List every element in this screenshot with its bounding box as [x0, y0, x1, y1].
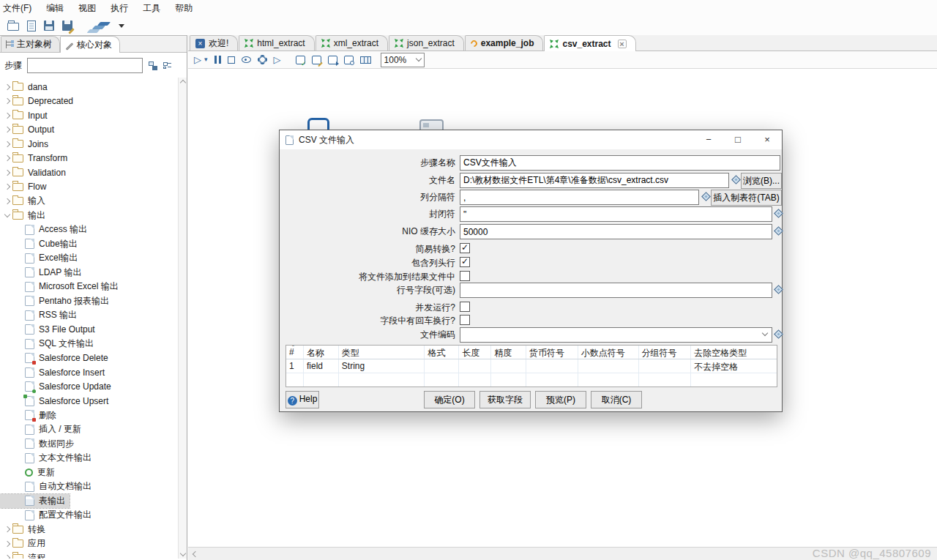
col-header-format[interactable]: 格式: [425, 346, 459, 359]
tree-folder-item[interactable]: Output: [0, 123, 59, 138]
dialog-title-bar[interactable]: CSV 文件输入 − □ ×: [280, 130, 782, 149]
tree-step-item[interactable]: 表输出: [0, 494, 70, 509]
menu-help[interactable]: 帮助: [168, 0, 200, 17]
zoom-select[interactable]: 100%: [381, 53, 425, 67]
tab-example-job[interactable]: example_job: [465, 35, 544, 51]
col-header-currency[interactable]: 货币符号: [526, 346, 578, 359]
cell-type[interactable]: String: [339, 359, 425, 373]
col-header-group[interactable]: 分组符号: [639, 346, 692, 359]
ok-button[interactable]: 确定(O): [424, 391, 475, 408]
tree-folder-item[interactable]: Joins: [0, 137, 53, 152]
enclosure-input[interactable]: [460, 206, 772, 222]
connections-view-icon[interactable]: [148, 61, 157, 70]
cell-precision[interactable]: [491, 359, 526, 373]
insert-tab-button[interactable]: 插入制表符(TAB): [711, 190, 782, 206]
chevron-collapsed-icon[interactable]: [2, 111, 12, 120]
cell-name[interactable]: field: [304, 359, 339, 373]
save-as-icon[interactable]: [62, 20, 72, 31]
tree-scrollbar[interactable]: [178, 78, 187, 559]
tree-step-item[interactable]: Access 输出: [0, 223, 92, 237]
tree-step-item[interactable]: Salesforce Upsert: [0, 394, 113, 408]
col-header-length[interactable]: 长度: [459, 346, 491, 359]
pause-icon[interactable]: [214, 56, 221, 64]
chevron-collapsed-icon[interactable]: [2, 540, 12, 548]
impact-analysis-icon[interactable]: [312, 56, 321, 64]
tree-step-item[interactable]: LDAP 输出: [0, 266, 86, 280]
tab-core-objects[interactable]: 核心对象: [60, 36, 120, 53]
cell-decimal[interactable]: [578, 359, 639, 373]
close-button[interactable]: ×: [753, 130, 782, 149]
tree-step-item[interactable]: Salesforce Update: [0, 380, 116, 395]
table-empty-row[interactable]: [286, 373, 777, 387]
tree-folder-item[interactable]: 应用: [0, 537, 50, 551]
step-search-input[interactable]: [27, 58, 143, 73]
tab-xml-extract[interactable]: xml_extract: [316, 35, 388, 51]
tree-step-item[interactable]: RSS 输出: [0, 308, 81, 323]
chevron-collapsed-icon[interactable]: [2, 182, 12, 191]
perspective-layers-icon[interactable]: [97, 22, 111, 26]
chevron-collapsed-icon[interactable]: [2, 525, 12, 534]
menu-tools[interactable]: 工具: [135, 0, 168, 17]
preview-icon[interactable]: [242, 56, 251, 63]
chevron-collapsed-icon[interactable]: [2, 168, 12, 177]
tree-folder-item[interactable]: 输出: [0, 209, 50, 223]
newline-in-fields-checkbox[interactable]: [460, 315, 470, 325]
chevron-collapsed-icon[interactable]: [2, 154, 12, 163]
tree-step-item[interactable]: Salesforce Delete: [0, 351, 113, 366]
tree-step-item[interactable]: Cube输出: [0, 237, 82, 252]
col-header-type[interactable]: 类型: [339, 346, 425, 359]
tab-html-extract[interactable]: html_extract: [239, 35, 314, 51]
canvas-horizontal-scrollbar[interactable]: CSDN @qq_45807609: [188, 547, 937, 560]
show-results-icon[interactable]: [360, 56, 371, 64]
scroll-down-icon[interactable]: [180, 550, 186, 556]
lazy-conversion-checkbox[interactable]: [460, 243, 470, 253]
help-button[interactable]: ?Help: [285, 391, 319, 408]
tree-step-item[interactable]: Salesforce Insert: [0, 365, 109, 380]
cell-group[interactable]: [639, 359, 692, 373]
generate-sql-icon[interactable]: [328, 56, 337, 64]
fields-table[interactable]: #ˆ 名称 类型 格式 长度 精度 货币符号 小数点符号 分组符号 去除空格类型…: [285, 345, 777, 387]
col-header-precision[interactable]: 精度: [491, 346, 526, 359]
open-file-icon[interactable]: [7, 23, 19, 31]
chevron-collapsed-icon[interactable]: [2, 553, 12, 559]
cell-trim[interactable]: 不去掉空格: [691, 359, 777, 373]
col-header-name[interactable]: 名称: [304, 346, 339, 359]
tree-folder-item[interactable]: Deprecated: [0, 94, 78, 109]
get-fields-button[interactable]: 获取字段: [479, 391, 531, 408]
encoding-combo[interactable]: [460, 327, 772, 343]
tree-step-item[interactable]: 插入 / 更新: [0, 422, 86, 437]
tree-folder-item[interactable]: Flow: [0, 180, 51, 195]
tree-step-item[interactable]: SQL 文件输出: [0, 337, 98, 351]
tree-step-item[interactable]: 配置文件输出: [0, 508, 96, 523]
tree-step-item[interactable]: 删除: [0, 408, 61, 423]
filename-input[interactable]: [460, 173, 729, 188]
col-header-index[interactable]: #ˆ: [286, 346, 304, 359]
parallel-checkbox[interactable]: [460, 302, 470, 312]
tree-step-item[interactable]: 自动文档输出: [0, 479, 96, 494]
maximize-button[interactable]: □: [723, 130, 753, 149]
tab-close-icon[interactable]: ×: [618, 40, 627, 48]
nio-buffer-input[interactable]: [460, 224, 772, 239]
chevron-collapsed-icon[interactable]: [2, 83, 12, 92]
run-options-chevron-icon[interactable]: ▾: [204, 56, 208, 63]
tab-csv-extract[interactable]: csv_extract ×: [544, 35, 635, 51]
delimiter-input[interactable]: [460, 190, 699, 205]
tree-folder-item[interactable]: 输入: [0, 194, 50, 209]
menu-run[interactable]: 执行: [103, 0, 135, 17]
step-name-input[interactable]: [460, 155, 780, 171]
chevron-collapsed-icon[interactable]: [2, 140, 12, 149]
rownum-field-input[interactable]: [460, 283, 772, 298]
run-icon[interactable]: ▷: [194, 55, 201, 64]
cell-index[interactable]: 1: [286, 359, 304, 373]
table-row[interactable]: 1 field String 不去掉空格: [286, 359, 777, 373]
tree-folder-item[interactable]: Validation: [0, 165, 70, 180]
cell-length[interactable]: [459, 359, 491, 373]
save-icon[interactable]: [44, 20, 54, 31]
tab-welcome[interactable]: × 欢迎!: [190, 35, 238, 51]
menu-view[interactable]: 视图: [71, 0, 103, 17]
tree-step-item[interactable]: 文本文件输出: [0, 451, 96, 466]
chevron-collapsed-icon[interactable]: [2, 97, 12, 105]
chevron-collapsed-icon[interactable]: [2, 125, 12, 134]
scroll-up-icon[interactable]: [180, 80, 186, 86]
cell-currency[interactable]: [526, 359, 578, 373]
